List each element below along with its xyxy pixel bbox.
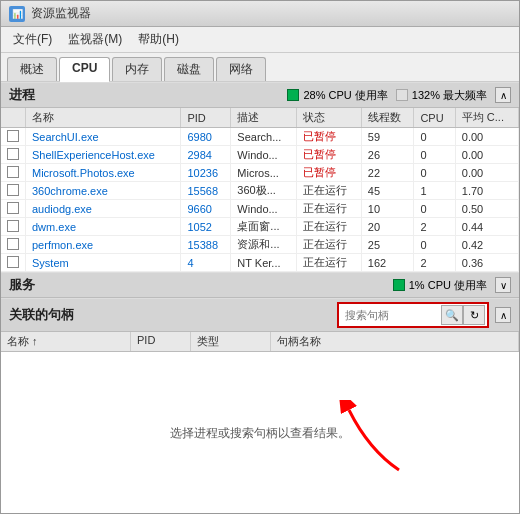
search-refresh-button[interactable]: ↻ xyxy=(463,305,485,325)
row-desc: Windo... xyxy=(231,200,296,218)
row-cpu: 0 xyxy=(414,164,455,182)
row-desc: NT Ker... xyxy=(231,254,296,272)
col-avg[interactable]: 平均 C... xyxy=(455,108,518,128)
process-title: 进程 xyxy=(9,86,35,104)
row-name: ShellExperienceHost.exe xyxy=(26,146,181,164)
row-checkbox[interactable] xyxy=(1,128,26,146)
title-bar: 📊 资源监视器 xyxy=(1,1,519,27)
row-desc: Micros... xyxy=(231,164,296,182)
row-status: 已暂停 xyxy=(296,164,361,182)
col-name[interactable]: 名称 xyxy=(26,108,181,128)
row-status: 正在运行 xyxy=(296,200,361,218)
row-threads: 20 xyxy=(361,218,414,236)
tab-cpu[interactable]: CPU xyxy=(59,57,110,82)
row-name: Microsoft.Photos.exe xyxy=(26,164,181,182)
row-pid: 1052 xyxy=(181,218,231,236)
row-desc: 360极... xyxy=(231,182,296,200)
row-cpu: 2 xyxy=(414,218,455,236)
services-stats: 1% CPU 使用率 ∨ xyxy=(393,277,511,293)
row-checkbox[interactable] xyxy=(1,200,26,218)
row-desc: 桌面窗... xyxy=(231,218,296,236)
row-avg: 0.44 xyxy=(455,218,518,236)
services-title: 服务 xyxy=(9,276,35,294)
process-table-row[interactable]: dwm.exe 1052 桌面窗... 正在运行 20 2 0.44 xyxy=(1,218,519,236)
green-indicator xyxy=(287,89,299,101)
col-desc[interactable]: 描述 xyxy=(231,108,296,128)
row-desc: 资源和... xyxy=(231,236,296,254)
row-status: 已暂停 xyxy=(296,146,361,164)
row-threads: 10 xyxy=(361,200,414,218)
menu-monitor[interactable]: 监视器(M) xyxy=(62,29,128,50)
col-threads[interactable]: 线程数 xyxy=(361,108,414,128)
tab-disk[interactable]: 磁盘 xyxy=(164,57,214,81)
search-input[interactable] xyxy=(341,308,441,322)
services-collapse-btn[interactable]: ∨ xyxy=(495,277,511,293)
row-cpu: 1 xyxy=(414,182,455,200)
row-threads: 26 xyxy=(361,146,414,164)
cpu-usage-label: 28% CPU 使用率 xyxy=(303,88,387,103)
row-threads: 59 xyxy=(361,128,414,146)
col-pid[interactable]: PID xyxy=(181,108,231,128)
process-collapse-btn[interactable]: ∧ xyxy=(495,87,511,103)
row-status: 已暂停 xyxy=(296,128,361,146)
row-avg: 0.42 xyxy=(455,236,518,254)
process-table-row[interactable]: System 4 NT Ker... 正在运行 162 2 0.36 xyxy=(1,254,519,272)
process-table-row[interactable]: ShellExperienceHost.exe 2984 Windo... 已暂… xyxy=(1,146,519,164)
search-button[interactable]: 🔍 xyxy=(441,305,463,325)
tab-bar: 概述 CPU 内存 磁盘 网络 xyxy=(1,53,519,82)
row-cpu: 0 xyxy=(414,236,455,254)
tab-memory[interactable]: 内存 xyxy=(112,57,162,81)
red-arrow-annotation xyxy=(339,400,419,483)
row-threads: 45 xyxy=(361,182,414,200)
row-checkbox[interactable] xyxy=(1,218,26,236)
gray-indicator xyxy=(396,89,408,101)
col-status[interactable]: 状态 xyxy=(296,108,361,128)
row-avg: 0.00 xyxy=(455,164,518,182)
main-window: 📊 资源监视器 文件(F) 监视器(M) 帮助(H) 概述 CPU 内存 磁盘 … xyxy=(0,0,520,514)
tab-network[interactable]: 网络 xyxy=(216,57,266,81)
row-checkbox[interactable] xyxy=(1,182,26,200)
row-cpu: 0 xyxy=(414,200,455,218)
tab-overview[interactable]: 概述 xyxy=(7,57,57,81)
row-threads: 22 xyxy=(361,164,414,182)
handles-collapse-btn[interactable]: ∧ xyxy=(495,307,511,323)
handles-content: 选择进程或搜索句柄以查看结果。 xyxy=(1,352,519,513)
row-name: SearchUI.exe xyxy=(26,128,181,146)
process-table-row[interactable]: SearchUI.exe 6980 Search... 已暂停 59 0 0.0… xyxy=(1,128,519,146)
row-pid: 15388 xyxy=(181,236,231,254)
process-table-row[interactable]: 360chrome.exe 15568 360极... 正在运行 45 1 1.… xyxy=(1,182,519,200)
handles-empty-message: 选择进程或搜索句柄以查看结果。 xyxy=(170,424,350,441)
process-section-header: 进程 28% CPU 使用率 132% 最大频率 ∧ xyxy=(1,82,519,108)
row-checkbox[interactable] xyxy=(1,236,26,254)
row-checkbox[interactable] xyxy=(1,164,26,182)
app-icon: 📊 xyxy=(9,6,25,22)
services-section: 服务 1% CPU 使用率 ∨ xyxy=(1,272,519,298)
row-checkbox[interactable] xyxy=(1,146,26,164)
handles-col-handle[interactable]: 句柄名称 xyxy=(271,332,519,351)
process-table-row[interactable]: audiodg.exe 9660 Windo... 正在运行 10 0 0.50 xyxy=(1,200,519,218)
handles-section: 关联的句柄 🔍 ↻ ∧ 名称 ↑ PID 类型 句柄名称 xyxy=(1,298,519,513)
row-pid: 15568 xyxy=(181,182,231,200)
row-checkbox[interactable] xyxy=(1,254,26,272)
row-cpu: 2 xyxy=(414,254,455,272)
max-freq-label: 132% 最大频率 xyxy=(412,88,487,103)
handles-col-pid[interactable]: PID xyxy=(131,332,191,351)
col-cpu[interactable]: CPU xyxy=(414,108,455,128)
row-name: dwm.exe xyxy=(26,218,181,236)
process-table-row[interactable]: perfmon.exe 15388 资源和... 正在运行 25 0 0.42 xyxy=(1,236,519,254)
col-checkbox xyxy=(1,108,26,128)
row-avg: 1.70 xyxy=(455,182,518,200)
menu-bar: 文件(F) 监视器(M) 帮助(H) xyxy=(1,27,519,53)
services-cpu-label: 1% CPU 使用率 xyxy=(409,278,487,293)
menu-help[interactable]: 帮助(H) xyxy=(132,29,185,50)
services-section-header: 服务 1% CPU 使用率 ∨ xyxy=(1,272,519,298)
cpu-usage-indicator: 28% CPU 使用率 xyxy=(287,88,387,103)
handles-col-name[interactable]: 名称 ↑ xyxy=(1,332,131,351)
row-desc: Windo... xyxy=(231,146,296,164)
handles-table-header: 名称 ↑ PID 类型 句柄名称 xyxy=(1,332,519,352)
menu-file[interactable]: 文件(F) xyxy=(7,29,58,50)
process-table-row[interactable]: Microsoft.Photos.exe 10236 Micros... 已暂停… xyxy=(1,164,519,182)
row-name: perfmon.exe xyxy=(26,236,181,254)
row-pid: 10236 xyxy=(181,164,231,182)
handles-col-type[interactable]: 类型 xyxy=(191,332,271,351)
